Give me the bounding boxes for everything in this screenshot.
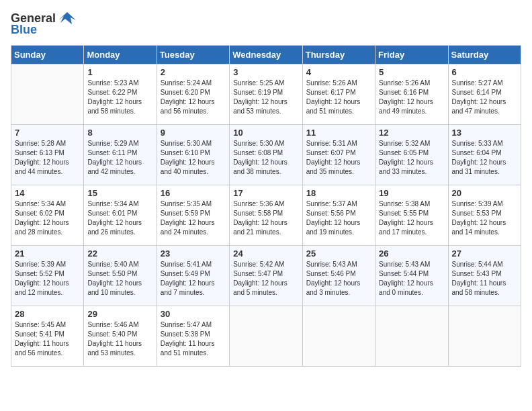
calendar-cell: 13Sunrise: 5:33 AMSunset: 6:04 PMDayligh… xyxy=(448,125,521,185)
cell-info: Sunrise: 5:30 AMSunset: 6:10 PMDaylight:… xyxy=(161,139,226,177)
calendar-cell: 30Sunrise: 5:47 AMSunset: 5:38 PMDayligh… xyxy=(157,306,229,367)
calendar-cell: 10Sunrise: 5:30 AMSunset: 6:08 PMDayligh… xyxy=(230,125,302,185)
logo: General Blue xyxy=(11,11,77,37)
cell-info: Sunrise: 5:44 AMSunset: 5:43 PMDaylight:… xyxy=(452,260,517,298)
cell-info: Sunrise: 5:26 AMSunset: 6:16 PMDaylight:… xyxy=(379,79,444,116)
day-number: 13 xyxy=(452,128,517,138)
calendar-cell: 24Sunrise: 5:42 AMSunset: 5:47 PMDayligh… xyxy=(230,246,302,306)
calendar-cell: 5Sunrise: 5:26 AMSunset: 6:16 PMDaylight… xyxy=(375,64,448,125)
calendar-cell xyxy=(11,64,84,125)
cell-info: Sunrise: 5:47 AMSunset: 5:38 PMDaylight:… xyxy=(161,320,226,358)
calendar-cell: 27Sunrise: 5:44 AMSunset: 5:43 PMDayligh… xyxy=(448,246,521,306)
calendar-cell xyxy=(448,306,521,367)
calendar-cell: 12Sunrise: 5:32 AMSunset: 6:05 PMDayligh… xyxy=(375,125,448,185)
logo-bird-icon xyxy=(57,11,77,26)
day-number: 18 xyxy=(306,188,371,198)
day-number: 12 xyxy=(379,128,444,138)
day-number: 15 xyxy=(87,188,152,198)
cell-info: Sunrise: 5:23 AMSunset: 6:22 PMDaylight:… xyxy=(87,79,152,116)
calendar-cell: 1Sunrise: 5:23 AMSunset: 6:22 PMDaylight… xyxy=(84,64,157,125)
header-cell-wednesday: Wednesday xyxy=(230,46,302,64)
calendar-cell: 6Sunrise: 5:27 AMSunset: 6:14 PMDaylight… xyxy=(448,64,521,125)
cell-info: Sunrise: 5:42 AMSunset: 5:47 PMDaylight:… xyxy=(233,260,298,298)
calendar-cell: 4Sunrise: 5:26 AMSunset: 6:17 PMDaylight… xyxy=(302,64,375,125)
week-row-3: 14Sunrise: 5:34 AMSunset: 6:02 PMDayligh… xyxy=(11,185,521,246)
calendar-cell: 9Sunrise: 5:30 AMSunset: 6:10 PMDaylight… xyxy=(157,125,229,185)
svg-marker-0 xyxy=(58,12,76,24)
cell-info: Sunrise: 5:28 AMSunset: 6:13 PMDaylight:… xyxy=(15,139,80,177)
day-number: 28 xyxy=(15,309,80,319)
calendar-cell: 2Sunrise: 5:24 AMSunset: 6:20 PMDaylight… xyxy=(157,64,229,125)
day-number: 2 xyxy=(161,67,226,77)
header-cell-sunday: Sunday xyxy=(11,46,84,64)
calendar-cell xyxy=(302,306,375,367)
cell-info: Sunrise: 5:34 AMSunset: 6:01 PMDaylight:… xyxy=(87,199,152,237)
day-number: 21 xyxy=(15,248,80,259)
cell-info: Sunrise: 5:43 AMSunset: 5:44 PMDaylight:… xyxy=(379,260,444,298)
cell-info: Sunrise: 5:45 AMSunset: 5:41 PMDaylight:… xyxy=(15,320,80,358)
cell-info: Sunrise: 5:34 AMSunset: 6:02 PMDaylight:… xyxy=(15,199,80,237)
calendar-cell: 25Sunrise: 5:43 AMSunset: 5:46 PMDayligh… xyxy=(302,246,375,306)
day-number: 16 xyxy=(161,188,226,198)
calendar-cell: 29Sunrise: 5:46 AMSunset: 5:40 PMDayligh… xyxy=(84,306,157,367)
day-number: 14 xyxy=(15,188,80,198)
cell-info: Sunrise: 5:41 AMSunset: 5:49 PMDaylight:… xyxy=(161,260,226,298)
cell-info: Sunrise: 5:24 AMSunset: 6:20 PMDaylight:… xyxy=(161,79,226,116)
day-number: 3 xyxy=(233,67,298,77)
day-number: 26 xyxy=(379,248,444,259)
calendar-cell xyxy=(230,306,302,367)
day-number: 7 xyxy=(15,128,80,138)
cell-info: Sunrise: 5:29 AMSunset: 6:11 PMDaylight:… xyxy=(87,139,152,177)
calendar-cell xyxy=(375,306,448,367)
page-header: General Blue xyxy=(11,11,521,37)
header-row: SundayMondayTuesdayWednesdayThursdayFrid… xyxy=(11,46,521,64)
cell-info: Sunrise: 5:46 AMSunset: 5:40 PMDaylight:… xyxy=(87,320,152,358)
cell-info: Sunrise: 5:31 AMSunset: 6:07 PMDaylight:… xyxy=(306,139,371,177)
day-number: 5 xyxy=(379,67,444,77)
header-cell-monday: Monday xyxy=(84,46,157,64)
calendar-cell: 11Sunrise: 5:31 AMSunset: 6:07 PMDayligh… xyxy=(302,125,375,185)
calendar-cell: 19Sunrise: 5:38 AMSunset: 5:55 PMDayligh… xyxy=(375,185,448,246)
calendar-cell: 23Sunrise: 5:41 AMSunset: 5:49 PMDayligh… xyxy=(157,246,229,306)
cell-info: Sunrise: 5:39 AMSunset: 5:52 PMDaylight:… xyxy=(15,260,80,298)
day-number: 4 xyxy=(306,67,371,77)
calendar-cell: 21Sunrise: 5:39 AMSunset: 5:52 PMDayligh… xyxy=(11,246,84,306)
calendar-cell: 17Sunrise: 5:36 AMSunset: 5:58 PMDayligh… xyxy=(230,185,302,246)
day-number: 11 xyxy=(306,128,371,138)
cell-info: Sunrise: 5:43 AMSunset: 5:46 PMDaylight:… xyxy=(306,260,371,298)
calendar-cell: 22Sunrise: 5:40 AMSunset: 5:50 PMDayligh… xyxy=(84,246,157,306)
day-number: 30 xyxy=(161,309,226,319)
calendar-table: SundayMondayTuesdayWednesdayThursdayFrid… xyxy=(11,45,521,367)
week-row-1: 1Sunrise: 5:23 AMSunset: 6:22 PMDaylight… xyxy=(11,64,521,125)
calendar-cell: 3Sunrise: 5:25 AMSunset: 6:19 PMDaylight… xyxy=(230,64,302,125)
day-number: 27 xyxy=(452,248,517,259)
day-number: 17 xyxy=(233,188,298,198)
calendar-cell: 7Sunrise: 5:28 AMSunset: 6:13 PMDaylight… xyxy=(11,125,84,185)
cell-info: Sunrise: 5:30 AMSunset: 6:08 PMDaylight:… xyxy=(233,139,298,177)
day-number: 6 xyxy=(452,67,517,77)
day-number: 20 xyxy=(452,188,517,198)
cell-info: Sunrise: 5:37 AMSunset: 5:56 PMDaylight:… xyxy=(306,199,371,237)
calendar-cell: 20Sunrise: 5:39 AMSunset: 5:53 PMDayligh… xyxy=(448,185,521,246)
week-row-2: 7Sunrise: 5:28 AMSunset: 6:13 PMDaylight… xyxy=(11,125,521,185)
cell-info: Sunrise: 5:33 AMSunset: 6:04 PMDaylight:… xyxy=(452,139,517,177)
day-number: 29 xyxy=(87,309,152,319)
day-number: 1 xyxy=(87,67,152,77)
calendar-cell: 14Sunrise: 5:34 AMSunset: 6:02 PMDayligh… xyxy=(11,185,84,246)
cell-info: Sunrise: 5:27 AMSunset: 6:14 PMDaylight:… xyxy=(452,79,517,116)
day-number: 10 xyxy=(233,128,298,138)
calendar-cell: 26Sunrise: 5:43 AMSunset: 5:44 PMDayligh… xyxy=(375,246,448,306)
cell-info: Sunrise: 5:40 AMSunset: 5:50 PMDaylight:… xyxy=(87,260,152,298)
week-row-4: 21Sunrise: 5:39 AMSunset: 5:52 PMDayligh… xyxy=(11,246,521,306)
calendar-cell: 8Sunrise: 5:29 AMSunset: 6:11 PMDaylight… xyxy=(84,125,157,185)
calendar-cell: 18Sunrise: 5:37 AMSunset: 5:56 PMDayligh… xyxy=(302,185,375,246)
header-cell-tuesday: Tuesday xyxy=(157,46,229,64)
week-row-5: 28Sunrise: 5:45 AMSunset: 5:41 PMDayligh… xyxy=(11,306,521,367)
calendar-cell: 16Sunrise: 5:35 AMSunset: 5:59 PMDayligh… xyxy=(157,185,229,246)
header-cell-friday: Friday xyxy=(375,46,448,64)
day-number: 19 xyxy=(379,188,444,198)
cell-info: Sunrise: 5:39 AMSunset: 5:53 PMDaylight:… xyxy=(452,199,517,237)
cell-info: Sunrise: 5:35 AMSunset: 5:59 PMDaylight:… xyxy=(161,199,226,237)
calendar-cell: 15Sunrise: 5:34 AMSunset: 6:01 PMDayligh… xyxy=(84,185,157,246)
cell-info: Sunrise: 5:38 AMSunset: 5:55 PMDaylight:… xyxy=(379,199,444,237)
